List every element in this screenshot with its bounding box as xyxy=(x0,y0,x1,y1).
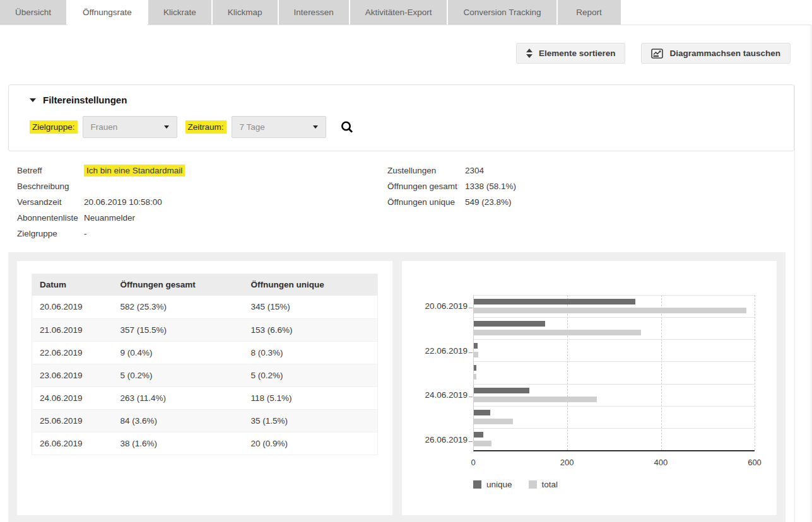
table-cell: 23.06.2019 xyxy=(32,364,113,386)
table-column-header: Öffnungen unique xyxy=(244,274,378,296)
table-cell: 9 (0.4%) xyxy=(113,341,244,364)
table-body: 20.06.2019582 (25.3%)345 (15%)21.06.2019… xyxy=(32,296,378,455)
table-cell: 22.06.2019 xyxy=(32,341,113,364)
table-column-header: Öffnungen gesamt xyxy=(113,274,244,296)
table-row: 22.06.20199 (0.4%)8 (0.3%) xyxy=(32,341,378,364)
sort-elements-label: Elemente sortieren xyxy=(539,49,616,58)
bar-total-23.06.2019 xyxy=(474,374,476,380)
info-value: 2304 xyxy=(465,166,484,175)
info-right-column: Zustellungen2304Öffnungen gesamt1338 (58… xyxy=(387,163,516,210)
bar-unique-24.06.2019 xyxy=(474,388,529,393)
tab-öffnungsrate[interactable]: Öffnungsrate xyxy=(68,0,147,25)
table-cell: 263 (11.4%) xyxy=(113,386,244,409)
x-axis-label: 600 xyxy=(748,458,762,467)
info-row: Zielgruppe- xyxy=(17,226,185,241)
table-cell: 8 (0.3%) xyxy=(244,341,378,364)
bar-unique-26.06.2019 xyxy=(474,432,483,438)
info-row: Beschreibung xyxy=(17,178,185,194)
zeitraum-select[interactable]: 7 Tage xyxy=(232,116,326,138)
info-label: Zustellungen xyxy=(387,166,465,175)
bar-total-22.06.2019 xyxy=(474,352,478,357)
info-value: 20.06.2019 10:58:00 xyxy=(84,197,162,207)
legend-item-unique: unique xyxy=(473,480,512,489)
openings-table-card: DatumÖffnungen gesamtÖffnungen unique 20… xyxy=(17,261,392,515)
results-panel: DatumÖffnungen gesamtÖffnungen unique 20… xyxy=(8,252,786,522)
bar-total-21.06.2019 xyxy=(474,330,641,335)
legend-label-total: total xyxy=(542,480,558,489)
legend-swatch-total xyxy=(529,480,537,489)
bar-total-20.06.2019 xyxy=(474,308,746,313)
table-cell: 118 (5.1%) xyxy=(244,386,378,409)
tab-übersicht[interactable]: Übersicht xyxy=(0,0,66,25)
toolbar: Elemente sortieren Diagrammachsen tausch… xyxy=(0,43,791,64)
bar-unique-23.06.2019 xyxy=(474,365,476,371)
chevron-down-icon xyxy=(164,125,169,129)
tab-klickmap[interactable]: Klickmap xyxy=(213,0,278,25)
zielgruppe-label: Zielgruppe: xyxy=(30,120,78,134)
report-wrapper: Filtereinstellungen Zielgruppe: Frauen Z… xyxy=(8,84,795,522)
collapse-caret-icon[interactable] xyxy=(30,98,36,102)
zeitraum-label: Zeitraum: xyxy=(185,120,227,134)
zeitraum-selected-value: 7 Tage xyxy=(240,122,265,132)
info-row: BetreffIch bin eine Standardmail xyxy=(17,163,185,178)
zielgruppe-selected-value: Frauen xyxy=(91,122,118,132)
chart-legend: uniquetotal xyxy=(473,480,558,489)
table-cell: 5 (0.2%) xyxy=(113,364,244,386)
tab-conversion-tracking[interactable]: Conversion Tracking xyxy=(448,0,556,25)
info-label: Zielgruppe xyxy=(17,229,84,238)
tab-aktivitäten-export[interactable]: Aktivitäten-Export xyxy=(350,0,447,25)
tab-interessen[interactable]: Interessen xyxy=(279,0,349,25)
line-chart-icon xyxy=(651,49,663,59)
info-value: 1338 (58.1%) xyxy=(465,182,516,191)
openings-table: DatumÖffnungen gesamtÖffnungen unique 20… xyxy=(32,274,378,455)
filter-settings-title: Filtereinstellungen xyxy=(43,95,127,105)
table-cell: 20 (0.9%) xyxy=(244,432,378,455)
table-cell: 38 (1.6%) xyxy=(113,432,244,455)
table-header-row: DatumÖffnungen gesamtÖffnungen unique xyxy=(32,274,378,296)
table-cell: 5 (0.2%) xyxy=(244,364,378,386)
table-cell: 345 (15%) xyxy=(244,296,378,318)
table-row: 20.06.2019582 (25.3%)345 (15%) xyxy=(32,296,378,318)
bar-unique-22.06.2019 xyxy=(474,343,478,349)
search-button[interactable] xyxy=(340,120,354,134)
info-row: Versandzeit20.06.2019 10:58:00 xyxy=(17,194,185,210)
info-label: Betreff xyxy=(17,166,84,175)
bar-groups xyxy=(474,295,755,450)
tab-report[interactable]: Report xyxy=(558,0,621,25)
x-axis-label: 400 xyxy=(654,458,668,467)
table-cell: 35 (1.5%) xyxy=(244,409,378,432)
info-row: Zustellungen2304 xyxy=(387,163,516,178)
table-cell: 20.06.2019 xyxy=(32,296,113,318)
bar-group-21.06.2019 xyxy=(474,317,755,339)
table-cell: 24.06.2019 xyxy=(32,386,113,409)
bar-unique-21.06.2019 xyxy=(474,321,545,327)
table-column-header: Datum xyxy=(32,274,113,296)
info-value: 549 (23.8%) xyxy=(465,197,512,207)
sort-arrows-icon xyxy=(526,49,533,58)
table-row: 21.06.2019357 (15.5%)153 (6.6%) xyxy=(32,318,378,341)
info-value: Ich bin eine Standardmail xyxy=(84,165,185,177)
bar-total-24.06.2019 xyxy=(474,397,597,402)
info-row: Öffnungen gesamt1338 (58.1%) xyxy=(387,178,516,194)
x-axis-label: 200 xyxy=(560,458,574,467)
swap-chart-axes-button[interactable]: Diagrammachsen tauschen xyxy=(641,43,791,64)
tab-klickrate[interactable]: Klickrate xyxy=(148,0,211,25)
bar-group-24.06.2019 xyxy=(474,384,755,406)
sort-elements-button[interactable]: Elemente sortieren xyxy=(516,43,626,64)
y-axis-tick xyxy=(469,352,473,353)
mailing-info-section: BetreffIch bin eine StandardmailBeschrei… xyxy=(8,163,794,248)
vertical-gridline xyxy=(755,295,755,450)
info-label: Abonnentenliste xyxy=(17,213,84,223)
zielgruppe-select[interactable]: Frauen xyxy=(83,116,177,138)
table-row: 23.06.20195 (0.2%)5 (0.2%) xyxy=(32,364,378,386)
bar-group-20.06.2019 xyxy=(474,295,755,317)
info-left-column: BetreffIch bin eine StandardmailBeschrei… xyxy=(17,163,185,241)
content-area: Elemente sortieren Diagrammachsen tausch… xyxy=(0,25,811,522)
filter-settings-header[interactable]: Filtereinstellungen xyxy=(18,95,785,105)
table-cell: 84 (3.6%) xyxy=(113,409,244,432)
info-value: - xyxy=(84,229,87,238)
table-cell: 153 (6.6%) xyxy=(244,318,378,341)
table-cell: 25.06.2019 xyxy=(32,409,113,432)
legend-swatch-unique xyxy=(473,480,481,489)
bar-group-26.06.2019 xyxy=(474,428,755,450)
